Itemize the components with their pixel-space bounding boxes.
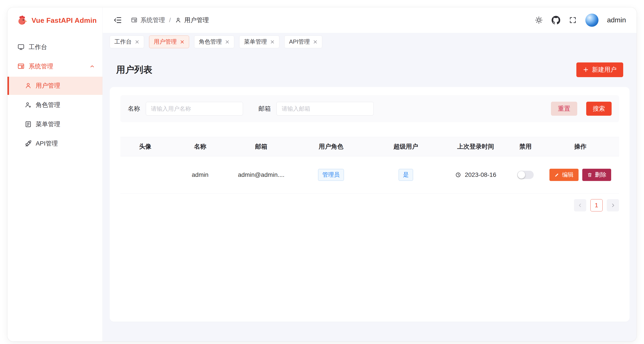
monitor-icon (17, 43, 25, 51)
sidebar-item-menu-management[interactable]: 菜单管理 (8, 115, 102, 133)
email-filter-label: 邮箱 (258, 105, 271, 113)
column-actions: 操作 (542, 142, 619, 151)
tab-label: 菜单管理 (244, 38, 267, 46)
github-icon (552, 16, 560, 24)
app-logo[interactable]: Vue FastAPI Admin (8, 8, 102, 34)
next-page-button[interactable] (607, 199, 619, 211)
delete-button[interactable]: 删除 (582, 169, 612, 181)
name-filter-label: 名称 (128, 105, 140, 113)
breadcrumb-label: 用户管理 (184, 16, 209, 24)
last-login-cell: 2023-08-16 (442, 171, 510, 178)
window-gear-icon (17, 63, 25, 70)
trash-icon (587, 172, 592, 177)
tab-role-management[interactable]: 角色管理 (194, 36, 234, 48)
pencil-icon (554, 172, 560, 177)
user-avatar[interactable] (585, 14, 598, 27)
tab-label: 角色管理 (199, 38, 222, 46)
column-avatar: 头像 (120, 142, 170, 151)
close-icon[interactable] (225, 40, 230, 44)
user-list-card: 名称 邮箱 重置 搜索 头像 名称 邮箱 用户角色 超级用户 上次登录时间 (110, 87, 630, 322)
window-gear-icon (131, 17, 138, 24)
sun-icon (535, 16, 543, 24)
delete-button-label: 删除 (595, 171, 606, 179)
person-icon (24, 82, 32, 89)
breadcrumb-user[interactable]: 用户管理 (175, 16, 209, 24)
top-header: 系统管理 / 用户管理 (103, 8, 636, 33)
table-row: admin admin@admin.... 管理员 是 2023-0 (120, 156, 619, 194)
column-name: 名称 (170, 142, 230, 151)
column-role: 用户角色 (292, 142, 370, 151)
filter-bar: 名称 邮箱 重置 搜索 (120, 95, 619, 122)
sidebar-menu: 工作台 系统管理 用户管理 (8, 34, 102, 154)
rooster-logo-icon (16, 15, 28, 26)
breadcrumb: 系统管理 / 用户管理 (131, 16, 209, 24)
tabs-bar: 工作台 用户管理 角色管理 菜单管理 API管理 (103, 33, 636, 51)
tab-label: 用户管理 (154, 38, 177, 46)
sidebar-item-system[interactable]: 系统管理 (8, 57, 102, 75)
sidebar-collapse-button[interactable] (114, 16, 122, 24)
main-area: 系统管理 / 用户管理 (103, 8, 636, 341)
sidebar-item-user-management[interactable]: 用户管理 (8, 77, 102, 95)
app-window: Vue FastAPI Admin 工作台 系统管理 (8, 8, 637, 341)
page-content: 用户列表 新建用户 名称 邮箱 重置 搜索 (103, 51, 636, 341)
sidebar-item-role-management[interactable]: 角色管理 (8, 96, 102, 114)
superuser-cell: 是 (370, 169, 442, 181)
fullscreen-button[interactable] (569, 16, 577, 24)
app-title: Vue FastAPI Admin (32, 17, 97, 25)
tab-user-management[interactable]: 用户管理 (149, 36, 189, 48)
superuser-tag: 是 (398, 169, 413, 181)
sidebar: Vue FastAPI Admin 工作台 系统管理 (8, 8, 103, 341)
new-user-button-label: 新建用户 (592, 66, 616, 74)
role-tag: 管理员 (318, 169, 344, 181)
page-header: 用户列表 新建用户 (110, 63, 630, 77)
system-submenu: 用户管理 角色管理 菜单管理 (8, 77, 102, 153)
edit-button[interactable]: 编辑 (550, 169, 578, 181)
tab-label: 工作台 (114, 38, 132, 46)
sidebar-item-api-management[interactable]: API管理 (8, 135, 102, 153)
close-icon[interactable] (180, 40, 184, 44)
close-icon[interactable] (313, 40, 318, 44)
column-email: 邮箱 (230, 142, 292, 151)
clock-icon (455, 172, 462, 178)
expand-icon (569, 16, 577, 24)
sidebar-item-label: 系统管理 (29, 62, 53, 71)
column-disabled: 禁用 (510, 142, 542, 151)
email-filter-input[interactable] (276, 102, 374, 116)
tab-workbench[interactable]: 工作台 (110, 36, 144, 48)
actions-cell: 编辑 删除 (542, 169, 619, 181)
header-actions: admin (535, 14, 626, 27)
name-filter-input[interactable] (146, 102, 243, 116)
menu-fold-icon (114, 16, 122, 24)
sidebar-item-label: 菜单管理 (36, 120, 60, 128)
user-name-cell: admin (170, 171, 230, 178)
breadcrumb-system[interactable]: 系统管理 (131, 16, 165, 24)
user-table: 头像 名称 邮箱 用户角色 超级用户 上次登录时间 禁用 操作 admin ad… (120, 137, 619, 193)
breadcrumb-label: 系统管理 (140, 16, 165, 24)
github-link[interactable] (552, 16, 560, 24)
sidebar-item-label: 工作台 (29, 43, 47, 51)
chevron-left-icon (578, 203, 583, 208)
breadcrumb-separator: / (169, 17, 171, 24)
tab-api-management[interactable]: API管理 (284, 36, 322, 48)
sidebar-item-workbench[interactable]: 工作台 (8, 38, 102, 56)
username-label[interactable]: admin (607, 16, 626, 24)
page-number[interactable]: 1 (590, 199, 603, 211)
pagination: 1 (120, 199, 619, 211)
theme-toggle-button[interactable] (535, 16, 543, 24)
tab-menu-management[interactable]: 菜单管理 (239, 36, 280, 48)
disable-toggle[interactable] (517, 171, 534, 179)
plus-icon (583, 67, 588, 73)
table-header-row: 头像 名称 邮箱 用户角色 超级用户 上次登录时间 禁用 操作 (120, 137, 619, 156)
search-button[interactable]: 搜索 (586, 102, 612, 116)
sidebar-item-label: 角色管理 (36, 101, 60, 109)
new-user-button[interactable]: 新建用户 (576, 63, 623, 77)
close-icon[interactable] (270, 40, 275, 44)
column-last-login: 上次登录时间 (442, 142, 510, 151)
close-icon[interactable] (135, 40, 140, 44)
reset-button[interactable]: 重置 (551, 102, 577, 116)
chevron-up-icon (89, 64, 95, 69)
disabled-cell (510, 171, 542, 179)
prev-page-button[interactable] (574, 199, 586, 211)
page-title: 用户列表 (116, 64, 152, 76)
document-list-icon (24, 121, 32, 128)
